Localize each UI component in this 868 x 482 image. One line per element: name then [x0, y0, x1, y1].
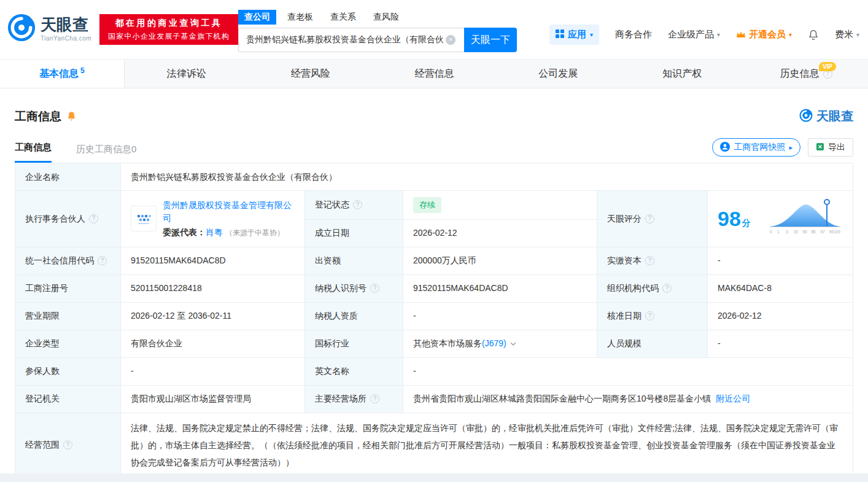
tab-label: 基本信息 [39, 68, 79, 80]
export-button[interactable]: 导出 [808, 138, 853, 157]
subtab-business-info[interactable]: 工商信息 [15, 142, 52, 163]
field-label: 参保人数 [15, 358, 121, 386]
delegate-line: 委派代表：肖粤 （来源于中基协） [163, 226, 295, 239]
vip-label: 开通会员 [749, 29, 786, 41]
field-label: 登记状态 ? [305, 191, 403, 220]
main-content: 工商信息 天眼查 工商信息 历史工商信息0 [0, 88, 868, 478]
table-row: 营业期限 2026-02-12 至 2036-02-11 纳税人资质 - 核准日… [15, 303, 853, 330]
help-icon[interactable]: ? [353, 200, 362, 209]
table-row: 企业类型 有限合伙企业 国标行业 其他资本市场服务(J679) 人员规模 - [15, 330, 853, 358]
svg-text:50: 50 [802, 230, 807, 234]
user-menu[interactable]: 费米 ▾ [835, 29, 859, 41]
subtab-history-business-info[interactable]: 历史工商信息0 [76, 144, 136, 163]
help-icon[interactable]: ? [89, 214, 98, 224]
capital-value: 200000万人民币 [403, 247, 597, 275]
help-icon[interactable]: ? [662, 284, 672, 293]
tab-label: 知识产权 [662, 68, 702, 80]
chevron-down-icon: ▾ [717, 31, 720, 38]
header-menu: 应用 ▾ 商务合作 企业级产品 ▾ 开通会员 ▾ 费米 ▾ [549, 25, 859, 45]
tab-company-development[interactable]: 公司发展 [496, 60, 620, 88]
business-info-table: 企业名称 贵州黔铝兴链私募股权投资基金合伙企业（有限合伙） 执行事务合伙人 ? [15, 163, 853, 478]
svg-text:0: 0 [770, 230, 772, 234]
svg-text:85: 85 [811, 230, 816, 234]
approve-date-value: 2026-02-12 [708, 303, 853, 330]
tab-label: 公司发展 [538, 68, 578, 80]
industry-code-link[interactable]: (J679) [482, 337, 506, 350]
partner-logo[interactable] [131, 206, 157, 231]
partner-company-link[interactable]: 贵州黔晟股权投资基金管理有限公司 [163, 200, 292, 223]
field-label: 国标行业 [305, 330, 403, 358]
delegate-name-link[interactable]: 肖粤 [206, 227, 223, 237]
table-row: 参保人数 - 英文名称 - [15, 358, 853, 386]
crown-icon [736, 29, 746, 40]
official-snapshot-button[interactable]: 工商官网快照 ▸ [712, 138, 800, 157]
vip-badge: VIP [819, 62, 836, 71]
tab-history-info[interactable]: VIP 历史信息 ? [744, 60, 868, 88]
notification-bell-icon[interactable] [808, 29, 819, 41]
table-row: 登记机关 贵阳市观山湖区市场监督管理局 主要经营场所 ? 贵州省贵阳市观山湖区林… [15, 386, 853, 413]
field-label: 营业期限 [15, 303, 121, 330]
excel-icon [816, 142, 824, 153]
search-button[interactable]: 天眼一下 [464, 28, 517, 52]
subscribe-bell-icon[interactable] [66, 111, 77, 122]
help-icon[interactable]: ? [645, 311, 654, 321]
table-row: 统一社会信用代码 ? 91520115MAK64DAC8D 出资额 200000… [15, 247, 853, 275]
score-value: 98分 [718, 203, 751, 235]
search-tab-risk[interactable]: 查风险 [367, 10, 405, 25]
menu-cooperation[interactable]: 商务合作 [615, 29, 652, 41]
menu-vip[interactable]: 开通会员 ▾ [736, 29, 792, 41]
nearby-companies-link[interactable]: 附近公司 [716, 392, 750, 405]
field-label: 执行事务合伙人 ? [15, 191, 121, 247]
slogan-line2: 国家中小企业发展子基金旗下机构 [108, 31, 230, 42]
company-name-value: 贵州黔铝兴链私募股权投资基金合伙企业（有限合伙） [121, 163, 853, 191]
help-icon[interactable]: ? [645, 214, 654, 224]
subtab-row: 工商信息 历史工商信息0 工商官网快照 ▸ [15, 138, 853, 163]
tab-label: 经营信息 [415, 68, 454, 80]
username: 费米 [835, 29, 853, 41]
tab-operating-info[interactable]: 经营信息 [373, 60, 497, 88]
address-value: 贵州省贵阳市观山湖区林城路贵阳国际金融中心一期商务区10号楼8层基金小镇 [413, 392, 711, 405]
field-label: 经营范围 ? [15, 413, 121, 478]
help-icon[interactable]: ? [98, 256, 107, 265]
svg-text:15: 15 [793, 230, 798, 234]
registration-number-value: 520115001228418 [121, 275, 305, 303]
credit-code-value: 91520115MAK64DAC8D [121, 247, 305, 275]
svg-text:3: 3 [786, 230, 788, 234]
svg-text:100: 100 [834, 230, 840, 234]
field-label: 英文名称 [305, 358, 403, 386]
search-tabs: 查公司 查老板 查关系 查风险 [238, 10, 517, 25]
tab-intellectual-property[interactable]: 知识产权 [620, 60, 744, 88]
search-tab-relation[interactable]: 查关系 [324, 10, 362, 25]
table-row: 经营范围 ? 法律、法规、国务院决定规定禁止的不得经营；法律、法规、国务院决定规… [15, 413, 853, 478]
search-tab-boss[interactable]: 查老板 [281, 10, 319, 25]
apps-menu[interactable]: 应用 ▾ [549, 25, 599, 45]
help-icon[interactable]: ? [370, 394, 379, 403]
field-label: 组织机构代码 ? [597, 275, 708, 303]
search-tab-company[interactable]: 查公司 [238, 10, 276, 25]
taxpayer-quality-value: - [403, 303, 597, 330]
tab-basic-info[interactable]: 基本信息 5 [0, 60, 125, 88]
tab-legal-proceedings[interactable]: 法律诉讼 [125, 60, 249, 88]
svg-text:97: 97 [820, 230, 825, 234]
table-row: 企业名称 贵州黔铝兴链私募股权投资基金合伙企业（有限合伙） [15, 163, 853, 191]
menu-enterprise[interactable]: 企业级产品 ▾ [668, 29, 720, 41]
field-label: 核准日期 ? [597, 303, 708, 330]
clear-search-icon[interactable]: × [446, 35, 455, 45]
status-date-group: 登记状态 ? 存续 成立日期 2026-02-12 [305, 191, 597, 247]
tab-count: 5 [80, 66, 85, 75]
chevron-down-icon[interactable] [510, 342, 516, 346]
help-icon[interactable]: ? [645, 256, 654, 265]
person-icon [720, 142, 730, 154]
svg-text:99: 99 [829, 230, 834, 234]
snapshot-label: 工商官网快照 [734, 142, 785, 153]
company-type-value: 有限合伙企业 [121, 330, 305, 358]
help-icon[interactable]: ? [370, 284, 379, 293]
company-nav-tabs: 基本信息 5 法律诉讼 经营风险 经营信息 公司发展 知识产权 VIP 历史信息… [0, 59, 868, 88]
search-input[interactable] [238, 28, 464, 52]
help-icon[interactable]: ? [63, 440, 72, 449]
status-badge: 存续 [413, 197, 441, 213]
industry-value: 其他资本市场服务 [413, 337, 482, 350]
score-distribution-chart: 0 1 3 15 50 85 97 99 100 [768, 197, 843, 240]
tianyancha-logo[interactable]: 天眼查 TianYanCha.com [7, 14, 91, 44]
tab-operating-risk[interactable]: 经营风险 [249, 60, 373, 88]
